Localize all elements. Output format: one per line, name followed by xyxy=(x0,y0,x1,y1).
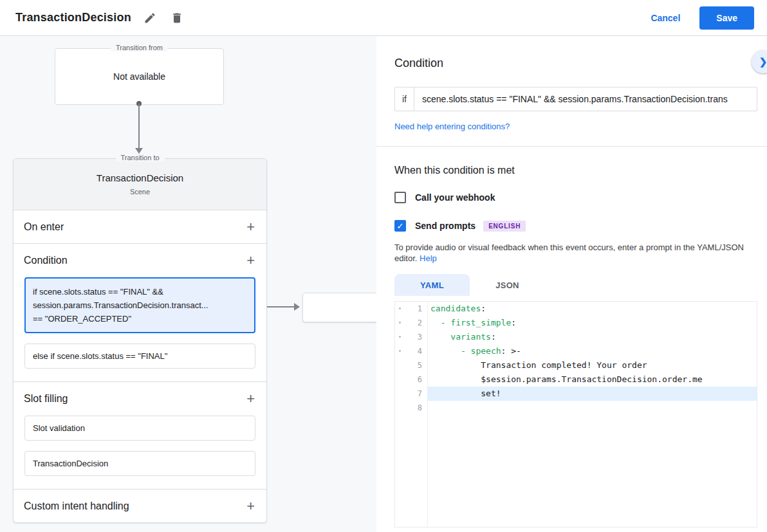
line-number: 5 xyxy=(405,358,422,372)
panel-divider xyxy=(376,146,767,147)
editor-gutter: 7 xyxy=(395,387,427,401)
cancel-button[interactable]: Cancel xyxy=(651,13,680,23)
editor-gutter: ▾1 xyxy=(395,302,427,316)
edit-title-button[interactable] xyxy=(142,10,158,26)
section-slot-filling: Slot filling + Slot validation Transacti… xyxy=(14,381,266,476)
condition-help-link[interactable]: Need help entering conditions? xyxy=(394,122,510,131)
arrow-right-icon xyxy=(294,303,300,311)
code-token: - speech xyxy=(461,346,501,356)
section-custom-intent: Custom intent handling + xyxy=(14,489,266,522)
chevron-right-icon: ❯ xyxy=(759,56,767,68)
code-token: - first_simple xyxy=(441,318,512,327)
line-number: 1 xyxy=(405,302,422,316)
line-number: 8 xyxy=(405,401,422,415)
editor-line-highlighted[interactable]: 7 set! xyxy=(395,387,757,401)
editor-gutter: 5 xyxy=(395,358,427,372)
condition-expression-row: if xyxy=(394,87,757,111)
code-line[interactable]: - first_simple: xyxy=(427,316,757,330)
transition-from-label: Transition from xyxy=(111,44,168,51)
tab-json[interactable]: JSON xyxy=(470,274,545,296)
code-line[interactable]: - speech: >- xyxy=(427,344,757,358)
editor-gutter: ▾3 xyxy=(395,330,427,344)
line-number: 2 xyxy=(405,316,422,330)
send-prompts-label: Send prompts xyxy=(415,221,476,231)
line-number: 7 xyxy=(405,387,422,401)
code-token xyxy=(430,318,441,327)
add-slot-button[interactable]: + xyxy=(245,392,256,405)
prompts-description: To provide audio or visual feedback when… xyxy=(394,242,750,264)
condition-text-line: if scene.slots.status == "FINAL" && xyxy=(33,285,247,298)
editor-gutter: ▾4 xyxy=(395,344,427,358)
code-token: candidates xyxy=(430,304,481,313)
custom-intent-title: Custom intent handling xyxy=(24,500,129,512)
when-condition-met-title: When this condition is met xyxy=(394,165,767,176)
editor-gutter: 8 xyxy=(395,401,427,415)
condition-detail-panel: ❯ Condition if Need help entering condit… xyxy=(376,36,767,532)
code-line[interactable]: Transaction completed! Your order xyxy=(427,358,757,372)
code-token: : xyxy=(481,304,486,313)
editor-line[interactable]: ▾2 - first_simple: xyxy=(395,316,757,330)
scene-canvas: Transition from Not available Transition… xyxy=(0,36,376,532)
editor-line[interactable]: 5 Transaction completed! Your order xyxy=(395,358,757,372)
scene-card-header: Transition to TransactionDecision Scene xyxy=(14,159,266,210)
yaml-editor[interactable]: ▾1 candidates: ▾2 - first_simple: ▾3 var… xyxy=(394,301,757,527)
save-button[interactable]: Save xyxy=(699,6,754,30)
slot-transaction-card[interactable]: TransactionDecision xyxy=(24,451,255,476)
condition-text-line: == "ORDER_ACCEPTED" xyxy=(33,312,247,326)
tab-yaml[interactable]: YAML xyxy=(394,274,470,296)
webhook-checkbox[interactable] xyxy=(394,192,406,203)
condition-card-else[interactable]: else if scene.slots.status == "FINAL" xyxy=(24,344,255,369)
editor-line[interactable]: 8 xyxy=(395,401,757,415)
editor-line[interactable]: 6 $session.params.TransactionDecision.or… xyxy=(395,372,757,387)
transition-from-value: Not available xyxy=(55,71,223,82)
code-token: : xyxy=(491,332,496,342)
code-line[interactable]: $session.params.TransactionDecision.orde… xyxy=(427,372,757,387)
editor-gutter: ▾2 xyxy=(395,316,427,330)
on-enter-title: On enter xyxy=(24,221,64,233)
send-prompts-row: ✓ Send prompts ENGLISH xyxy=(394,220,767,232)
editor-tabs: YAML JSON xyxy=(394,274,767,296)
send-prompts-checkbox[interactable]: ✓ xyxy=(394,220,406,232)
code-token: $session.params.TransactionDecision.orde… xyxy=(430,374,703,384)
fold-arrow-icon[interactable]: ▾ xyxy=(395,330,405,344)
line-number: 6 xyxy=(405,372,422,387)
code-line[interactable]: candidates: xyxy=(427,302,757,316)
delete-scene-button[interactable] xyxy=(169,10,185,26)
page-title: TransactionDecision xyxy=(15,11,131,24)
code-line[interactable]: set! xyxy=(427,387,757,401)
add-condition-button[interactable]: + xyxy=(245,254,256,267)
code-line[interactable] xyxy=(427,401,757,415)
condition-card-active[interactable]: if scene.slots.status == "FINAL" && sess… xyxy=(24,277,255,333)
condition-section-title: Condition xyxy=(24,255,68,266)
fold-arrow-icon[interactable]: ▾ xyxy=(395,344,405,358)
help-link[interactable]: Help xyxy=(420,253,437,263)
editor-line[interactable]: ▾4 - speech: >- xyxy=(395,344,757,358)
prompts-description-text: To provide audio or visual feedback when… xyxy=(394,243,744,263)
code-line[interactable]: variants: xyxy=(427,330,757,344)
add-custom-intent-button[interactable]: + xyxy=(245,500,256,513)
fold-arrow-icon[interactable]: ▾ xyxy=(395,302,405,316)
line-number: 4 xyxy=(405,344,422,358)
panel-title: Condition xyxy=(394,57,767,70)
language-badge: ENGLISH xyxy=(483,221,526,232)
trash-icon xyxy=(171,12,183,24)
code-token: : >- xyxy=(501,346,521,356)
editor-gutter: 6 xyxy=(395,372,427,387)
app-window: TransactionDecision Cancel Save Transiti… xyxy=(0,0,767,532)
fold-arrow-icon[interactable]: ▾ xyxy=(395,316,405,330)
editor-line[interactable]: ▾1 candidates: xyxy=(395,302,757,316)
slot-validation-card[interactable]: Slot validation xyxy=(24,416,255,441)
code-token: : xyxy=(511,318,516,327)
transition-to-label: Transition to xyxy=(115,154,164,161)
section-condition: Condition + if scene.slots.status == "FI… xyxy=(14,243,266,369)
pencil-icon xyxy=(143,12,156,24)
if-label: if xyxy=(395,87,414,111)
editor-line[interactable]: ▾3 variants: xyxy=(395,330,757,344)
code-token xyxy=(430,346,461,356)
top-bar: TransactionDecision Cancel Save xyxy=(0,0,767,36)
condition-input[interactable] xyxy=(414,87,757,111)
code-token: set! xyxy=(430,389,501,398)
condition-text-line: session.params.TransactionDecision.trans… xyxy=(33,298,247,312)
scene-card: Transition to TransactionDecision Scene … xyxy=(13,158,267,523)
add-on-enter-button[interactable]: + xyxy=(245,221,256,234)
